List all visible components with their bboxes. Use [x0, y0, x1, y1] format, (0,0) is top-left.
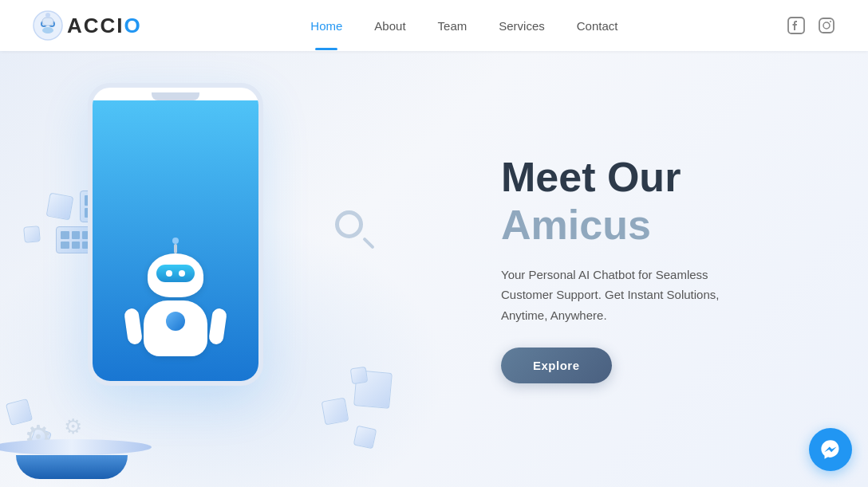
header: ACCIO Home About Team Services Contact — [0, 0, 868, 51]
deco-cube-9 — [350, 367, 369, 385]
robot-eye-right — [179, 270, 185, 277]
deco-cube-5 — [322, 398, 349, 426]
hero-section: ⚙ ⚙ — [0, 51, 868, 487]
nav-item-team[interactable]: Team — [438, 19, 468, 33]
robot-arm-left — [124, 308, 143, 345]
instagram-icon[interactable] — [817, 16, 836, 35]
svg-point-10 — [823, 22, 830, 29]
robot-visor — [156, 265, 195, 282]
nav-item-about[interactable]: About — [374, 19, 405, 33]
svg-point-7 — [45, 13, 50, 18]
facebook-icon[interactable] — [787, 16, 806, 35]
logo-mascot-icon — [32, 10, 64, 41]
svg-rect-9 — [819, 18, 834, 33]
platform-base — [0, 439, 176, 479]
hero-content: Meet Our Amicus Your Personal AI Chatbot… — [453, 155, 820, 383]
svg-point-11 — [830, 21, 831, 22]
robot-chest — [166, 312, 185, 331]
deco-cube-8 — [353, 426, 377, 450]
magnifier-icon — [335, 210, 375, 250]
svg-point-5 — [42, 27, 53, 33]
robot-head — [148, 253, 203, 297]
platform-top — [0, 439, 152, 455]
nav-item-services[interactable]: Services — [499, 19, 545, 33]
phone-notch — [152, 92, 199, 100]
hero-illustration: ⚙ ⚙ — [0, 51, 415, 487]
robot-antenna — [174, 244, 177, 253]
logo-text: ACCIO — [67, 14, 142, 38]
social-links — [787, 16, 836, 35]
robot-eye-left — [166, 270, 172, 277]
chat-messenger-icon — [819, 438, 842, 461]
hero-title-line1: Meet Our — [501, 155, 820, 200]
explore-button[interactable]: Explore — [501, 348, 612, 383]
logo[interactable]: ACCIO — [32, 10, 142, 41]
phone-illustration — [64, 67, 287, 434]
nav-item-home[interactable]: Home — [310, 19, 342, 33]
main-nav: Home About Team Services Contact — [310, 19, 617, 33]
chat-widget-button[interactable] — [809, 428, 852, 471]
svg-rect-6 — [42, 18, 53, 26]
hero-title-line2: Amicus — [501, 200, 820, 249]
phone-screen — [93, 100, 258, 381]
robot-body — [144, 300, 207, 356]
phone-device — [88, 83, 263, 386]
hero-description: Your Personal AI Chatbot for Seamless Cu… — [501, 265, 756, 326]
robot-arm-right — [208, 308, 227, 345]
deco-cube-2 — [23, 226, 41, 243]
robot-character — [124, 253, 227, 386]
nav-item-contact[interactable]: Contact — [577, 19, 618, 33]
platform-cylinder — [16, 455, 128, 479]
